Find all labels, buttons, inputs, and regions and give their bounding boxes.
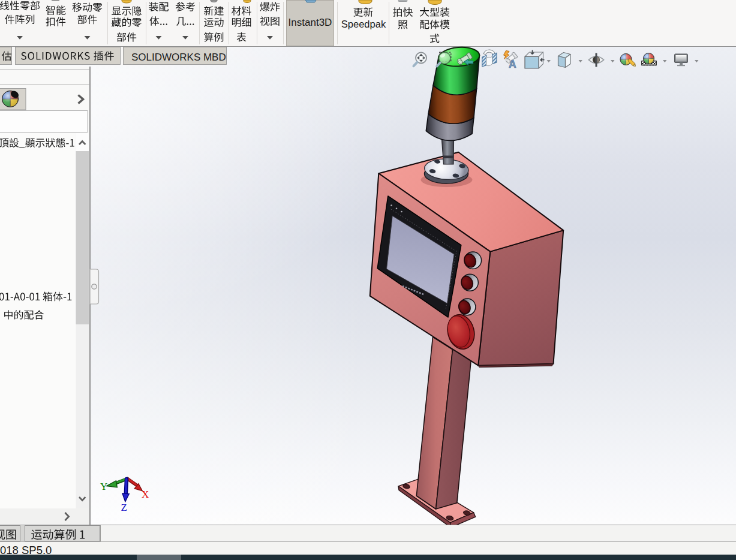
svg-text:A: A [509,58,516,70]
